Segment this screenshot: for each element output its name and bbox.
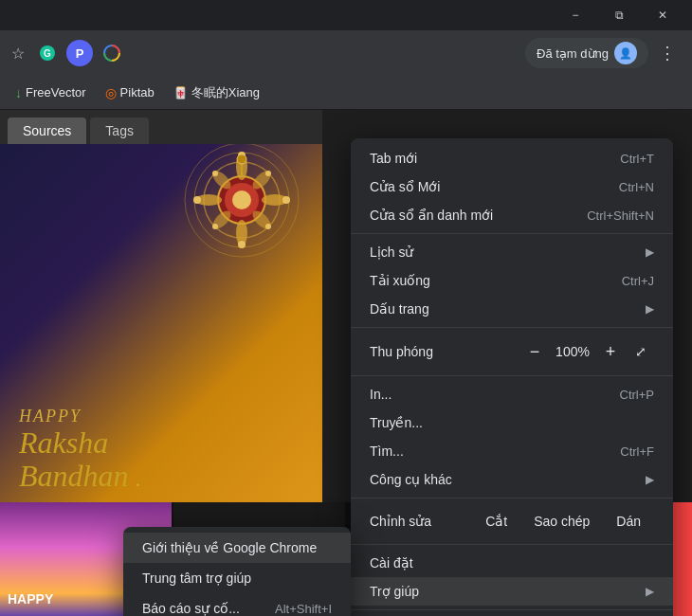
freevector-label: FreeVector xyxy=(26,85,86,100)
menu-divider-2 xyxy=(351,327,673,328)
svg-point-18 xyxy=(238,241,246,248)
grammarly-icon-btn[interactable]: G xyxy=(34,40,61,66)
menu-item-cast[interactable]: Truyền... xyxy=(351,408,673,437)
tab-sources[interactable]: Sources xyxy=(8,118,86,144)
menu-item-help[interactable]: Trợ giúp ▶ xyxy=(351,577,673,606)
menu-item-bookmarks[interactable]: Dấu trang ▶ xyxy=(351,295,673,323)
menu-item-new-tab[interactable]: Tab mới Ctrl+T xyxy=(351,144,673,172)
minimize-button[interactable]: − xyxy=(554,0,597,30)
tab-tags[interactable]: Tags xyxy=(90,118,149,144)
svg-point-22 xyxy=(212,224,218,229)
bookmark-freevector[interactable]: ↓ FreeVector xyxy=(8,82,94,104)
sub-menu-item-report[interactable]: Báo cáo sự cố... Alt+Shift+I xyxy=(123,593,351,616)
menu-item-more-tools[interactable]: Công cụ khác ▶ xyxy=(351,465,673,494)
menu-item-incognito[interactable]: Cửa sổ ẩn danh mới Ctrl+Shift+N xyxy=(351,201,673,229)
svg-point-26 xyxy=(237,154,246,164)
copy-btn[interactable]: Sao chép xyxy=(520,509,603,534)
zoom-plus-btn[interactable]: + xyxy=(597,338,624,365)
menu-item-print[interactable]: In... Ctrl+P xyxy=(351,380,673,408)
menu-item-downloads[interactable]: Tải xuống Ctrl+J xyxy=(351,266,673,295)
title-bar: − ⧉ ✕ xyxy=(0,0,692,30)
bookmark-xiang[interactable]: 🀄 冬眠的Xiang xyxy=(166,81,267,105)
menu-divider-5 xyxy=(351,544,673,545)
page-content: Sources Tags xyxy=(0,110,692,616)
svg-point-21 xyxy=(265,171,271,176)
menu-divider-3 xyxy=(351,375,673,376)
close-button[interactable]: ✕ xyxy=(641,0,684,30)
happy-text: HAPPY xyxy=(19,407,141,426)
menu-divider-4 xyxy=(351,498,673,498)
extension-colorful-icon-btn[interactable] xyxy=(99,40,125,66)
paste-btn[interactable]: Dán xyxy=(603,509,654,534)
sub-menu-item-help-center[interactable]: Trung tâm trợ giúp xyxy=(123,563,351,593)
bookmark-piktab[interactable]: ◎ Piktab xyxy=(98,82,162,104)
piktab-icon: ◎ xyxy=(105,85,117,100)
more-menu-btn[interactable]: ⋮ xyxy=(654,40,681,66)
extension-p-btn[interactable]: P xyxy=(66,40,93,66)
raksha-line1: Raksha xyxy=(19,426,141,460)
menu-item-history[interactable]: Lịch sử ▶ xyxy=(351,238,673,266)
context-menu: Tab mới Ctrl+T Cửa sổ Mới Ctrl+N Cửa sổ … xyxy=(351,138,673,616)
sub-menu-item-about[interactable]: Giới thiệu về Google Chrome xyxy=(123,533,351,563)
menu-item-find[interactable]: Tìm... Ctrl+F xyxy=(351,437,673,465)
maximize-button[interactable]: ⧉ xyxy=(597,0,641,30)
freevector-icon: ↓ xyxy=(15,85,22,100)
mandala-decoration xyxy=(180,138,303,262)
menu-divider-6 xyxy=(351,609,673,610)
svg-point-19 xyxy=(193,196,201,204)
zoom-minus-btn[interactable]: − xyxy=(521,338,548,365)
bookmark-star-icon[interactable]: ☆ xyxy=(11,45,25,63)
piktab-label: Piktab xyxy=(120,85,155,100)
raksha-text-block: HAPPY Raksha Bandhan . xyxy=(19,407,141,493)
xiang-label: 冬眠的Xiang xyxy=(191,84,260,101)
svg-text:G: G xyxy=(44,48,51,59)
fullscreen-btn[interactable]: ⤢ xyxy=(628,338,654,365)
menu-item-new-window[interactable]: Cửa sổ Mới Ctrl+N xyxy=(351,172,673,201)
svg-point-8 xyxy=(232,190,251,209)
menu-item-settings[interactable]: Cài đặt xyxy=(351,549,673,577)
cut-btn[interactable]: Cắt xyxy=(472,509,520,534)
menu-edit-row: Chỉnh sửa Cắt Sao chép Dán xyxy=(351,502,673,540)
happy-bottom-text: HAPPY xyxy=(8,591,53,607)
paused-sync-btn[interactable]: Đã tạm dừng 👤 xyxy=(525,38,648,68)
bookmarks-bar: ↓ FreeVector ◎ Piktab 🀄 冬眠的Xiang xyxy=(0,76,692,110)
menu-zoom-row: Thu phóng − 100% + ⤢ xyxy=(351,332,673,371)
raksha-line2: Bandhan . xyxy=(19,460,141,493)
sub-context-menu-help: Giới thiệu về Google Chrome Trung tâm tr… xyxy=(123,527,351,616)
menu-divider-1 xyxy=(351,233,673,234)
browser-toolbar: ☆ G P Đã tạm dừng 👤 ⋮ xyxy=(0,30,692,76)
user-avatar: 👤 xyxy=(614,42,637,64)
svg-point-23 xyxy=(265,224,271,229)
paused-label: Đã tạm dừng xyxy=(537,46,609,61)
xiang-icon: 🀄 xyxy=(173,86,188,100)
svg-point-24 xyxy=(212,171,218,176)
zoom-value: 100% xyxy=(554,344,592,359)
svg-point-20 xyxy=(282,196,290,204)
